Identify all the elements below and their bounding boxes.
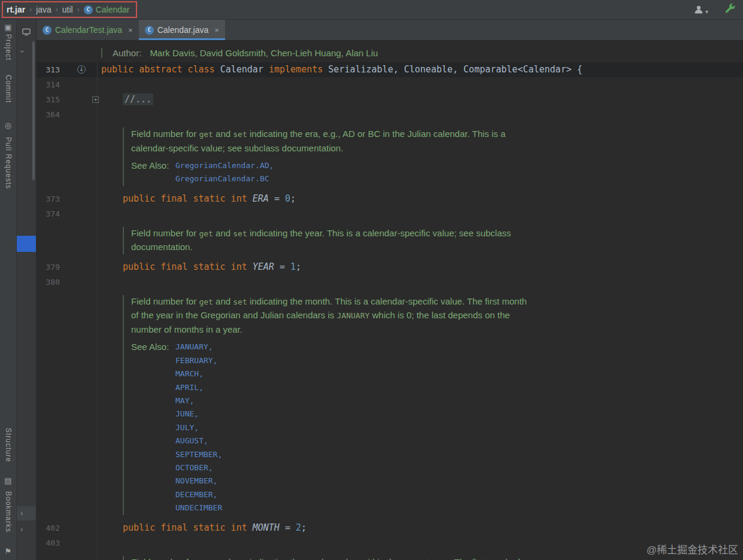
toolwindow-structure[interactable]: Structure [0,428,16,462]
code-token: implements [269,64,328,75]
toolwindow-pull-requests[interactable]: Pull Requests [0,137,16,189]
scrollbar-thumb[interactable] [32,41,35,180]
line-number: 364 [46,107,60,122]
see-also-label: See Also: [131,340,175,515]
history-icon: ◎ [5,121,11,130]
doc-link[interactable]: GregorianCalendar.BC [175,172,274,185]
wrench-button[interactable] [724,2,736,17]
user-icon [693,4,704,15]
doc-link[interactable]: DECEMBER, [175,488,222,501]
gutter: 402 [37,521,98,535]
line-number: 313 [46,62,60,77]
doc-link[interactable]: GregorianCalendar.AD, [175,159,274,172]
author-line: Author:Mark Davis, David Goldsmith, Chen… [101,48,378,58]
breadcrumb-separator: › [77,5,80,14]
doc-text: set [233,229,247,238]
see-also-links: JANUARY,FEBRUARY,MARCH,APRIL,MAY,JUNE,JU… [175,340,222,515]
code-token: Calendar [220,64,269,75]
ide-window: rt.jar›java›util›CCalendar ▾ ▣ProjectCom… [0,0,743,560]
see-also-links: GregorianCalendar.AD,GregorianCalendar.B… [175,159,274,186]
gutter [37,550,98,560]
close-icon[interactable]: × [128,26,133,35]
doc-text: documentation. [131,242,193,252]
doc-line: Field number for get and set indicating … [131,127,505,142]
chevron-right-icon[interactable]: › [20,525,23,534]
doc-link[interactable]: MARCH, [175,367,222,381]
code-text [98,77,743,92]
code-line-373: 373public final static int ERA = 0; [37,191,743,206]
doc-text: get [199,229,213,238]
doc-text: which is 0; the last depends on the [369,310,510,320]
code-token: 1 [290,261,296,272]
line-number: 374 [46,206,60,221]
tab-calendartest-java[interactable]: CCalendarTest.java× [37,20,139,40]
line-number: 314 [46,77,60,92]
line-number: 379 [46,260,60,275]
doc-text: indicating the era, e.g., AD or BC in th… [247,129,506,139]
code-token: 2 [296,522,301,533]
tree-row [17,506,36,521]
tab-calendar-java[interactable]: CCalendar.java× [139,20,225,40]
class-icon: C [145,26,154,35]
panel-header-button[interactable] [22,27,31,39]
breadcrumb-item-java[interactable]: java [36,5,51,14]
doc-link[interactable]: UNDECIMBER [175,501,222,515]
doc-link[interactable]: FEBRUARY, [175,354,222,367]
doc-text: indicating the month. This is a calendar… [247,296,527,306]
overridden-marker-icon[interactable]: ↓ [77,65,86,74]
doc-text: Field number for [131,296,199,306]
doc-link[interactable]: SEPTEMBER, [175,448,222,461]
selected-tree-item[interactable] [17,236,36,252]
toolwindow-commit[interactable]: Commit [0,75,16,103]
doc-link[interactable]: MAY, [175,394,222,407]
toolwindow-button[interactable]: ▤ [0,477,16,485]
line-number: 373 [46,191,60,206]
doc-link[interactable]: JANUARY, [175,340,222,354]
code-text [98,107,743,122]
monitor-icon [22,27,31,36]
toolwindow-bookmarks[interactable]: Bookmarks [0,491,16,532]
close-icon[interactable]: × [214,26,219,35]
toolwindow-label: Project [4,34,13,60]
code-line-379: 379public final static int YEAR = 1; [37,260,743,275]
toolwindow-button[interactable]: ◎ [0,121,16,130]
doc-line: number of months in a year. [131,323,527,337]
toolwindow-label: Structure [4,428,13,462]
doc-link[interactable]: APRIL, [175,381,222,394]
doc-text: of the year in the Gregorian and Julian … [131,310,337,320]
toolwindow-button[interactable]: ▣ [0,23,16,32]
code-token: YEAR [253,261,280,272]
doc-link[interactable]: NOVEMBER, [175,474,222,488]
doc-link[interactable]: JUNE, [175,407,222,421]
chevron-right-icon[interactable]: › [20,509,23,518]
rendered-doc: Field number for get and set indicating … [123,295,527,515]
doc-comment: Field number for get and set indicating … [37,550,743,560]
doc-link[interactable]: OCTOBER, [175,461,222,474]
user-account-button[interactable]: ▾ [693,4,708,15]
gutter [37,290,98,521]
toolwindow-project[interactable]: Project [0,34,16,60]
see-also: See Also:GregorianCalendar.AD,GregorianC… [131,159,505,186]
breadcrumb-item-rt-jar[interactable]: rt.jar [7,5,25,14]
rendered-doc: Field number for get and set indicating … [123,127,505,186]
breadcrumb-item-util[interactable]: util [62,5,73,14]
tab-label: Calendar.java [157,25,209,35]
gutter: 380 [37,275,98,290]
editor[interactable]: Author:Mark Davis, David Goldsmith, Chen… [37,41,743,560]
toolwindow-label: Commit [4,75,13,103]
chevron-down-icon[interactable]: › [19,50,27,53]
doc-link[interactable]: JULY, [175,421,222,434]
doc-text: get [199,558,213,560]
line-number: 402 [46,521,60,535]
wrench-icon [724,2,736,14]
line-number: 315 [46,92,60,107]
line-number: 403 [46,535,60,550]
breadcrumb-item-calendar[interactable]: CCalendar [84,5,130,14]
fold-marker-icon[interactable]: + [92,96,99,103]
toolwindow-button[interactable]: ⚑ [0,547,16,556]
class-icon: C [43,26,51,35]
doc-link[interactable]: AUGUST, [175,434,222,448]
gutter: 364 [37,107,98,122]
code-line-364: 364 [37,107,743,122]
code-token: public final static int [123,193,253,204]
